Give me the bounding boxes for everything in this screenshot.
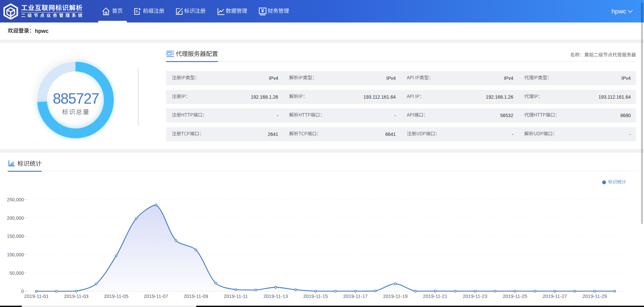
svg-text:200,000: 200,000 <box>7 215 24 221</box>
svg-text:100,000: 100,000 <box>7 252 24 257</box>
svg-text:2019-11-01: 2019-11-01 <box>24 294 49 299</box>
svg-text:150,000: 150,000 <box>7 234 24 239</box>
svg-text:2019-11-09: 2019-11-09 <box>183 294 208 299</box>
svg-text:2019-11-03: 2019-11-03 <box>64 294 89 299</box>
svg-text:2019-11-07: 2019-11-07 <box>144 294 168 299</box>
svg-text:2019-11-23: 2019-11-23 <box>463 294 487 299</box>
svg-text:2019-11-19: 2019-11-19 <box>383 294 408 299</box>
svg-text:50,000: 50,000 <box>9 270 24 276</box>
svg-text:2019-11-15: 2019-11-15 <box>303 294 328 299</box>
svg-text:2019-11-13: 2019-11-13 <box>263 294 288 299</box>
svg-text:250,000: 250,000 <box>7 197 24 202</box>
svg-text:2019-11-11: 2019-11-11 <box>224 294 248 299</box>
svg-text:2019-11-25: 2019-11-25 <box>503 294 527 299</box>
svg-text:2019-11-27: 2019-11-27 <box>543 294 567 299</box>
svg-text:2019-11-05: 2019-11-05 <box>104 294 128 299</box>
svg-text:2019-11-21: 2019-11-21 <box>423 294 447 299</box>
svg-text:0: 0 <box>21 289 24 294</box>
svg-text:2019-11-17: 2019-11-17 <box>343 294 368 299</box>
svg-text:2019-11-29: 2019-11-29 <box>582 294 607 299</box>
